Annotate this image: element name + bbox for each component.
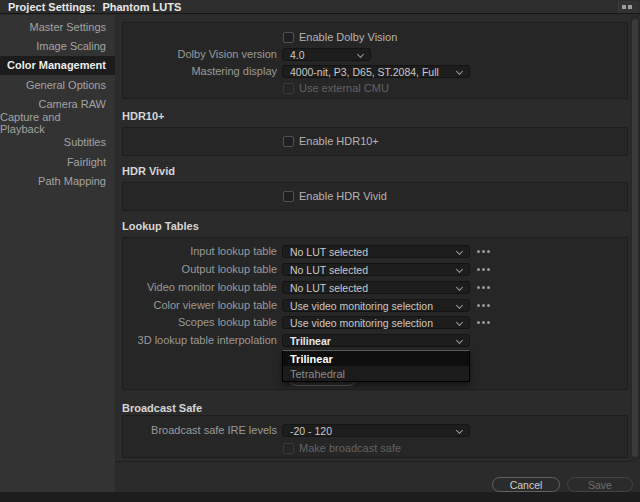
video-monitor-lut-dropdown[interactable]: No LUT selected: [282, 281, 470, 294]
color-viewer-lut-dropdown[interactable]: Use video monitoring selection: [282, 299, 470, 312]
ire-levels-label: Broadcast safe IRE levels: [115, 424, 277, 437]
ellipsis-icon: [482, 304, 485, 307]
mastering-display-dropdown[interactable]: 4000-nit, P3, D65, ST.2084, Full: [282, 65, 470, 78]
video-monitor-lut-browse-button[interactable]: [477, 281, 497, 294]
ellipsis-icon: [482, 268, 485, 271]
project-name: Phantom LUTS: [102, 1, 181, 13]
mastering-display-label: Mastering display: [115, 65, 277, 78]
ellipsis-icon: [487, 250, 490, 253]
ellipsis-icon: [477, 304, 480, 307]
ire-levels-dropdown[interactable]: -20 - 120: [282, 424, 470, 437]
chevron-down-icon: [357, 51, 364, 58]
ellipsis-icon: [482, 286, 485, 289]
hdrvivid-section-title: HDR Vivid: [122, 165, 175, 177]
output-lut-browse-button[interactable]: [477, 263, 497, 276]
options-dots-icon: [628, 5, 632, 9]
enable-hdr10plus-label: Enable HDR10+: [299, 136, 379, 147]
scopes-lut-value: Use video monitoring selection: [290, 317, 433, 329]
scopes-lut-label: Scopes lookup table: [115, 316, 277, 329]
output-lut-label: Output lookup table: [115, 263, 277, 276]
vertical-scrollbar: [630, 15, 640, 462]
chevron-down-icon: [456, 427, 463, 434]
enable-hdrvivid-checkbox[interactable]: [283, 191, 294, 202]
broadcast-safe-section-title: Broadcast Safe: [122, 402, 202, 414]
chevron-down-icon: [456, 337, 463, 344]
ellipsis-icon: [487, 286, 490, 289]
scrollbar-thumb[interactable]: [632, 19, 638, 457]
color-viewer-lut-label: Color viewer lookup table: [115, 299, 277, 312]
sidebar-item-master-settings[interactable]: Master Settings: [0, 17, 115, 36]
ire-levels-value: -20 - 120: [290, 425, 332, 437]
output-lut-value: No LUT selected: [290, 264, 368, 276]
dialog-title: Project Settings:: [8, 1, 95, 13]
sidebar-item-general-options[interactable]: General Options: [0, 75, 115, 94]
ellipsis-icon: [482, 321, 485, 324]
ellipsis-icon: [477, 268, 480, 271]
input-lut-label: Input lookup table: [115, 245, 277, 258]
make-broadcast-safe-label: Make broadcast safe: [299, 443, 401, 454]
sidebar-item-capture-playback[interactable]: Capture and Playback: [0, 113, 115, 132]
settings-sidebar: Master Settings Image Scaling Color Mana…: [0, 15, 115, 502]
input-lut-dropdown[interactable]: No LUT selected: [282, 245, 470, 258]
make-broadcast-safe-checkbox: [283, 443, 294, 454]
interpolation-label: 3D lookup table interpolation: [115, 334, 277, 347]
enable-dolby-vision-checkbox[interactable]: [283, 32, 294, 43]
ellipsis-icon: [487, 304, 490, 307]
interpolation-menu: Trilinear Tetrahedral: [282, 350, 470, 382]
chevron-down-icon: [456, 284, 463, 291]
ellipsis-icon: [487, 268, 490, 271]
output-lut-dropdown[interactable]: No LUT selected: [282, 263, 470, 276]
chevron-down-icon: [456, 266, 463, 273]
title-bar: Project Settings: Phantom LUTS: [0, 0, 640, 14]
options-menu-button[interactable]: [618, 1, 639, 13]
ellipsis-icon: [482, 250, 485, 253]
hdr10plus-section-title: HDR10+: [122, 110, 165, 122]
interpolation-dropdown[interactable]: Trilinear: [282, 334, 470, 347]
scopes-lut-browse-button[interactable]: [477, 316, 497, 329]
input-lut-browse-button[interactable]: [477, 245, 497, 258]
interpolation-value: Trilinear: [290, 335, 331, 347]
scopes-lut-dropdown[interactable]: Use video monitoring selection: [282, 316, 470, 329]
settings-panel: Dolby Vision Enable Dolby Vision Dolby V…: [115, 15, 630, 462]
enable-hdrvivid-label: Enable HDR Vivid: [299, 191, 387, 202]
menu-item-tetrahedral[interactable]: Tetrahedral: [283, 366, 469, 381]
save-button[interactable]: Save: [567, 477, 633, 492]
chevron-down-icon: [456, 302, 463, 309]
sidebar-item-color-management[interactable]: Color Management: [0, 56, 115, 75]
ellipsis-icon: [487, 321, 490, 324]
options-dots-icon: [622, 5, 626, 9]
ellipsis-icon: [477, 286, 480, 289]
dolby-vision-version-dropdown[interactable]: 4.0: [282, 48, 371, 61]
enable-hdr10plus-checkbox[interactable]: [283, 136, 294, 147]
ellipsis-icon: [477, 250, 480, 253]
sidebar-item-subtitles[interactable]: Subtitles: [0, 133, 115, 152]
chevron-down-icon: [456, 319, 463, 326]
color-viewer-lut-value: Use video monitoring selection: [290, 300, 433, 312]
video-monitor-lut-label: Video monitor lookup table: [115, 281, 277, 294]
use-external-cmu-checkbox: [283, 83, 294, 94]
color-viewer-lut-browse-button[interactable]: [477, 299, 497, 312]
mastering-display-value: 4000-nit, P3, D65, ST.2084, Full: [290, 66, 439, 78]
menu-item-trilinear[interactable]: Trilinear: [283, 351, 469, 366]
dolby-vision-version-label: Dolby Vision version: [115, 48, 277, 61]
sidebar-item-image-scaling[interactable]: Image Scaling: [0, 36, 115, 55]
chevron-down-icon: [456, 68, 463, 75]
video-monitor-lut-value: No LUT selected: [290, 282, 368, 294]
sidebar-item-path-mapping[interactable]: Path Mapping: [0, 171, 115, 190]
use-external-cmu-label: Use external CMU: [299, 83, 389, 94]
dialog-footer: Cancel Save: [115, 462, 640, 493]
window-bottom-edge: [0, 492, 640, 502]
enable-dolby-vision-label: Enable Dolby Vision: [299, 32, 397, 43]
chevron-down-icon: [456, 248, 463, 255]
ellipsis-icon: [477, 321, 480, 324]
dolby-vision-version-value: 4.0: [290, 49, 305, 61]
lookup-tables-section-title: Lookup Tables: [122, 220, 199, 232]
cancel-button[interactable]: Cancel: [492, 477, 560, 492]
input-lut-value: No LUT selected: [290, 246, 368, 258]
project-settings-dialog: Project Settings: Phantom LUTS Master Se…: [0, 0, 640, 502]
sidebar-item-fairlight[interactable]: Fairlight: [0, 152, 115, 171]
